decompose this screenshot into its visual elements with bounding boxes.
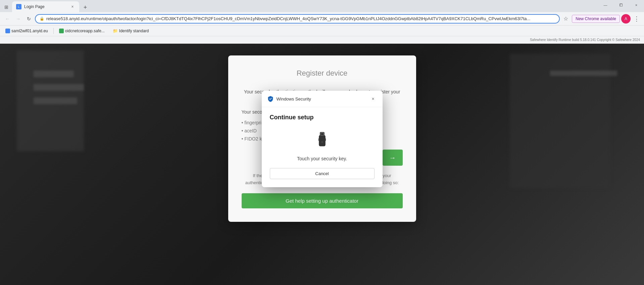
bookmark-saml[interactable]: saml2wif01.anyid.eu: [3, 28, 51, 34]
profile-avatar[interactable]: A: [621, 14, 631, 24]
windows-security-overlay: Windows Security × Continue setup: [0, 44, 644, 285]
status-bar: Safewhere Identify Runtime build 5.18.0.…: [0, 36, 644, 44]
win-dialog-header-left: Windows Security: [267, 95, 311, 102]
win-dialog-header: Windows Security ×: [262, 91, 383, 107]
back-btn[interactable]: ←: [3, 14, 12, 24]
more-options-btn[interactable]: ⋮: [632, 14, 641, 24]
new-tab-btn[interactable]: +: [81, 3, 90, 12]
browser-frame: ⊞ L Login Page × + — ⧠ × ← → ↻ 🔒 ☆ New C…: [0, 0, 644, 285]
bookmark-label-identify: Identify standard: [119, 29, 149, 33]
svg-rect-0: [319, 135, 325, 146]
bookmark-favicon-saml: [5, 29, 10, 33]
svg-rect-2: [321, 133, 323, 135]
win-dialog-message: Touch your security key.: [270, 156, 375, 161]
windows-security-dialog: Windows Security × Continue setup: [262, 91, 383, 187]
refresh-btn[interactable]: ↻: [24, 14, 34, 24]
bookmark-oidc[interactable]: oidcnetcoreapp.safe...: [56, 28, 107, 34]
tab-title: Login Page: [24, 4, 67, 9]
svg-rect-4: [318, 138, 319, 141]
bookmark-label-saml: saml2wif01.anyid.eu: [11, 29, 48, 33]
win-dialog-close-btn[interactable]: ×: [369, 95, 377, 103]
win-dialog-icon-area: [270, 129, 375, 149]
address-input-wrapper[interactable]: 🔒: [35, 14, 560, 24]
bookmark-favicon-oidc: [59, 29, 64, 33]
win-dialog-header-title: Windows Security: [277, 96, 311, 101]
new-chrome-banner[interactable]: New Chrome available: [572, 15, 620, 23]
win-dialog-body: Continue setup: [262, 107, 383, 187]
bookmark-identify[interactable]: 📁 Identify standard: [110, 28, 152, 34]
close-btn[interactable]: ×: [629, 0, 644, 10]
svg-point-3: [321, 141, 323, 143]
tab-favicon: L: [16, 4, 21, 9]
active-tab[interactable]: L Login Page ×: [12, 1, 79, 12]
windows-shield-icon: [267, 95, 274, 102]
win-dialog-cancel-btn[interactable]: Cancel: [270, 168, 375, 179]
tab-close-btn[interactable]: ×: [70, 4, 75, 9]
tab-grid-btn[interactable]: ⊞: [3, 3, 10, 11]
forward-btn[interactable]: →: [13, 14, 23, 24]
win-dialog-title: Continue setup: [270, 114, 375, 121]
status-text: Safewhere Identify Runtime build 5.18.0.…: [530, 38, 640, 42]
lock-icon: 🔒: [40, 16, 44, 21]
bookmark-folder-icon: 📁: [113, 29, 118, 33]
bookmark-separator: [53, 28, 54, 34]
minimize-btn[interactable]: —: [598, 0, 613, 10]
maximize-btn[interactable]: ⧠: [613, 0, 629, 10]
svg-rect-5: [325, 138, 326, 141]
url-input[interactable]: [46, 16, 555, 21]
usb-security-key-icon: [314, 129, 331, 149]
bookmarks-bar: saml2wif01.anyid.eu oidcnetcoreapp.safe.…: [0, 26, 644, 36]
bookmark-star-btn[interactable]: ☆: [561, 14, 571, 24]
content-area: Register device Your second authenticati…: [0, 44, 644, 285]
address-bar: ← → ↻ 🔒 ☆ New Chrome available A ⋮: [0, 12, 644, 26]
bookmark-label-oidc: oidcnetcoreapp.safe...: [65, 29, 105, 33]
